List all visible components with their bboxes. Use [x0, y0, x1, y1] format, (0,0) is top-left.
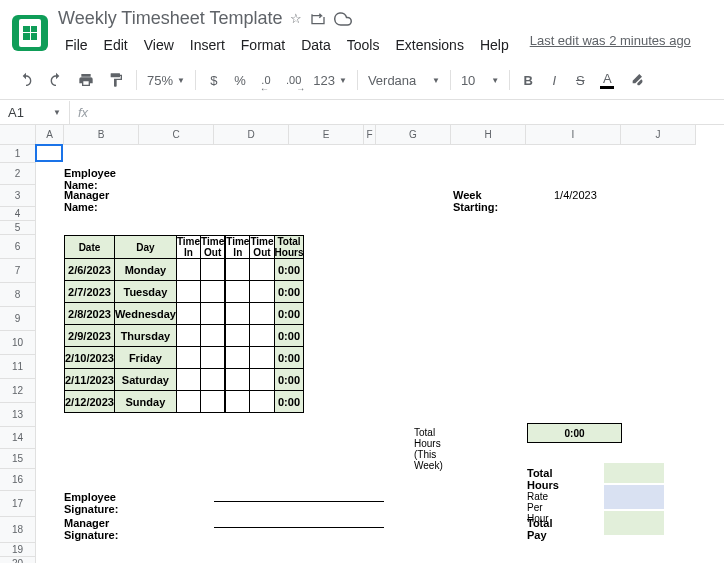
- day-cell[interactable]: Tuesday: [114, 281, 176, 303]
- col-header-d[interactable]: D: [214, 125, 289, 145]
- time-out-cell-1[interactable]: [201, 259, 225, 281]
- paint-format-button[interactable]: [102, 67, 130, 93]
- redo-button[interactable]: [42, 67, 70, 93]
- row-header-10[interactable]: 10: [0, 331, 36, 355]
- time-in-cell-2[interactable]: [226, 347, 250, 369]
- time-out-cell-2[interactable]: [250, 347, 274, 369]
- col-header-a[interactable]: A: [36, 125, 64, 145]
- menu-format[interactable]: Format: [234, 33, 292, 57]
- increase-decimal-button[interactable]: .00→: [280, 67, 307, 93]
- italic-button[interactable]: I: [542, 67, 566, 93]
- row-header-19[interactable]: 19: [0, 543, 36, 557]
- total-cell[interactable]: 0:00: [274, 303, 304, 325]
- strikethrough-button[interactable]: S: [568, 67, 592, 93]
- row-header-20[interactable]: 20: [0, 557, 36, 563]
- zoom-select[interactable]: 75%▼: [143, 71, 189, 90]
- time-out-cell-2[interactable]: [250, 281, 274, 303]
- decrease-decimal-button[interactable]: .0←: [254, 67, 278, 93]
- row-header-17[interactable]: 17: [0, 491, 36, 517]
- menu-view[interactable]: View: [137, 33, 181, 57]
- time-in-cell-1[interactable]: [176, 325, 200, 347]
- date-cell[interactable]: 2/11/2023: [65, 369, 115, 391]
- row-header-8[interactable]: 8: [0, 283, 36, 307]
- col-header-i[interactable]: I: [526, 125, 621, 145]
- total-cell[interactable]: 0:00: [274, 281, 304, 303]
- date-cell[interactable]: 2/9/2023: [65, 325, 115, 347]
- date-cell[interactable]: 2/8/2023: [65, 303, 115, 325]
- time-out-cell-1[interactable]: [201, 391, 225, 413]
- time-in-cell-1[interactable]: [176, 259, 200, 281]
- time-in-cell-1[interactable]: [176, 303, 200, 325]
- day-cell[interactable]: Friday: [114, 347, 176, 369]
- currency-button[interactable]: $: [202, 67, 226, 93]
- date-cell[interactable]: 2/12/2023: [65, 391, 115, 413]
- time-out-cell-2[interactable]: [250, 303, 274, 325]
- menu-insert[interactable]: Insert: [183, 33, 232, 57]
- document-title[interactable]: Weekly Timesheet Template: [58, 8, 282, 29]
- col-header-e[interactable]: E: [289, 125, 364, 145]
- row-header-11[interactable]: 11: [0, 355, 36, 379]
- time-out-cell-2[interactable]: [250, 369, 274, 391]
- font-select[interactable]: Verdana▼: [364, 71, 444, 90]
- text-color-button[interactable]: A: [594, 67, 620, 93]
- bold-button[interactable]: B: [516, 67, 540, 93]
- time-in-cell-1[interactable]: [176, 369, 200, 391]
- total-cell[interactable]: 0:00: [274, 391, 304, 413]
- col-header-j[interactable]: J: [621, 125, 696, 145]
- time-in-cell-1[interactable]: [176, 281, 200, 303]
- row-header-9[interactable]: 9: [0, 307, 36, 331]
- total-cell[interactable]: 0:00: [274, 325, 304, 347]
- row-header-13[interactable]: 13: [0, 403, 36, 427]
- menu-file[interactable]: File: [58, 33, 95, 57]
- time-out-cell-2[interactable]: [250, 259, 274, 281]
- day-cell[interactable]: Saturday: [114, 369, 176, 391]
- col-header-h[interactable]: H: [451, 125, 526, 145]
- time-out-cell-1[interactable]: [201, 347, 225, 369]
- time-out-cell-2[interactable]: [250, 325, 274, 347]
- total-cell[interactable]: 0:00: [274, 259, 304, 281]
- total-cell[interactable]: 0:00: [274, 347, 304, 369]
- font-size-select[interactable]: 10▼: [457, 71, 503, 90]
- row-header-18[interactable]: 18: [0, 517, 36, 543]
- menu-data[interactable]: Data: [294, 33, 338, 57]
- menu-help[interactable]: Help: [473, 33, 516, 57]
- row-header-2[interactable]: 2: [0, 163, 36, 185]
- row-header-16[interactable]: 16: [0, 469, 36, 491]
- move-icon[interactable]: [310, 11, 326, 27]
- date-cell[interactable]: 2/7/2023: [65, 281, 115, 303]
- time-out-cell-1[interactable]: [201, 369, 225, 391]
- time-in-cell-2[interactable]: [226, 259, 250, 281]
- row-header-4[interactable]: 4: [0, 207, 36, 221]
- time-in-cell-1[interactable]: [176, 391, 200, 413]
- sheets-logo[interactable]: [12, 15, 48, 51]
- row-header-12[interactable]: 12: [0, 379, 36, 403]
- col-header-c[interactable]: C: [139, 125, 214, 145]
- col-header-f[interactable]: F: [364, 125, 376, 145]
- time-in-cell-2[interactable]: [226, 303, 250, 325]
- col-header-b[interactable]: B: [64, 125, 139, 145]
- time-out-cell-2[interactable]: [250, 391, 274, 413]
- row-header-3[interactable]: 3: [0, 185, 36, 207]
- select-all-corner[interactable]: [0, 125, 36, 145]
- time-out-cell-1[interactable]: [201, 303, 225, 325]
- day-cell[interactable]: Wednesday: [114, 303, 176, 325]
- col-header-g[interactable]: G: [376, 125, 451, 145]
- time-in-cell-2[interactable]: [226, 281, 250, 303]
- last-edit-link[interactable]: Last edit was 2 minutes ago: [530, 33, 691, 57]
- day-cell[interactable]: Thursday: [114, 325, 176, 347]
- formula-bar[interactable]: [96, 100, 724, 124]
- row-header-15[interactable]: 15: [0, 449, 36, 469]
- time-in-cell-2[interactable]: [226, 391, 250, 413]
- day-cell[interactable]: Sunday: [114, 391, 176, 413]
- row-header-1[interactable]: 1: [0, 145, 36, 163]
- cloud-icon[interactable]: [334, 10, 352, 28]
- grid-area[interactable]: Employee Name: Manager Name: Week Starti…: [36, 145, 724, 563]
- fill-color-button[interactable]: [622, 67, 650, 93]
- print-button[interactable]: [72, 67, 100, 93]
- name-box[interactable]: A1▼: [0, 101, 70, 124]
- menu-extensions[interactable]: Extensions: [388, 33, 470, 57]
- row-header-7[interactable]: 7: [0, 259, 36, 283]
- percent-button[interactable]: %: [228, 67, 252, 93]
- row-header-6[interactable]: 6: [0, 235, 36, 259]
- date-cell[interactable]: 2/10/2023: [65, 347, 115, 369]
